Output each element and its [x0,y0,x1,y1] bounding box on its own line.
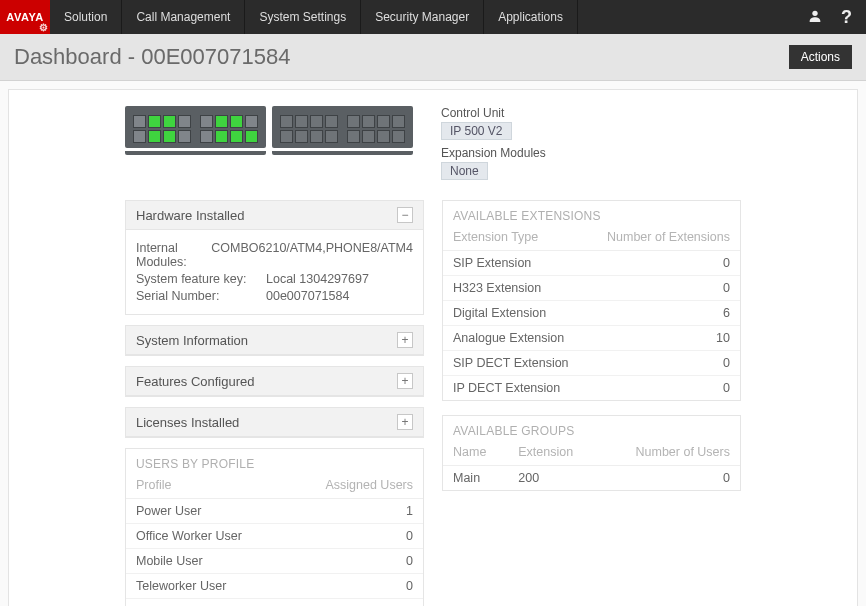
hardware-row: Internal Modules:COMBO6210/ATM4,PHONE8/A… [136,241,413,269]
count-cell: 0 [588,376,740,401]
count-cell: 0 [286,524,423,549]
port [295,115,308,128]
port [133,130,146,143]
port [245,130,258,143]
collapsed-panel: Licenses Installed+ [125,407,424,438]
table-row: Analogue Extension10 [443,326,740,351]
profile-cell: Mobile User [126,549,286,574]
nav-item-solution[interactable]: Solution [50,0,122,34]
port [362,130,375,143]
profile-cell: Teleworker User [126,574,286,599]
collapsed-panel: System Information+ [125,325,424,356]
nav-item-security-manager[interactable]: Security Manager [361,0,484,34]
type-cell: Analogue Extension [443,326,588,351]
count-cell: 8 [286,599,423,607]
count-cell: 0 [588,276,740,301]
collapsed-panel: Features Configured+ [125,366,424,397]
chassis-diagram [125,106,413,155]
table-row: Mobile User0 [126,549,423,574]
port [325,115,338,128]
page-title: Dashboard - 00E007071584 [14,44,290,70]
table-row: Digital Extension6 [443,301,740,326]
hardware-row: System feature key:Local 1304297697 [136,272,413,286]
hardware-installed-panel: Hardware Installed − Internal Modules:CO… [125,200,424,315]
panel-title: System Information [136,333,248,348]
count-cell: 6 [588,301,740,326]
nav-item-call-management[interactable]: Call Management [122,0,245,34]
port [163,115,176,128]
port [148,115,161,128]
table-row: IP DECT Extension0 [443,376,740,401]
collapse-icon[interactable]: − [397,207,413,223]
table-row: SIP DECT Extension0 [443,351,740,376]
value: 00e007071584 [266,289,349,303]
value: Local 1304297697 [266,272,369,286]
control-unit-label: Control Unit [441,106,546,120]
type-cell: Digital Extension [443,301,588,326]
gear-icon: ⚙ [39,22,49,33]
port [280,115,293,128]
label: Serial Number: [136,289,266,303]
panel-title: USERS BY PROFILE [126,449,423,473]
type-cell: H323 Extension [443,276,588,301]
title-bar: Dashboard - 00E007071584 Actions [0,34,866,81]
port [230,130,243,143]
port [347,130,360,143]
port [310,115,323,128]
column-header: Assigned Users [286,473,423,499]
port [377,115,390,128]
port [325,130,338,143]
nav-item-system-settings[interactable]: System Settings [245,0,361,34]
label: Internal Modules: [136,241,211,269]
actions-button[interactable]: Actions [789,45,852,69]
count-cell: 0 [588,351,740,376]
users-by-profile-panel: USERS BY PROFILE Profile Assigned Users … [125,448,424,606]
table-row: Main2000 [443,466,740,491]
profile-cell: Office Worker User [126,524,286,549]
count-cell: 0 [286,574,423,599]
port [392,130,405,143]
count-cell: 10 [588,326,740,351]
table-row: Basic User8 [126,599,423,607]
port [347,115,360,128]
ext-cell: 200 [508,466,600,491]
port [200,130,213,143]
expand-icon[interactable]: + [397,414,413,430]
port [163,130,176,143]
column-header: Extension Type [443,225,588,251]
top-navbar: AVAYA ⚙ SolutionCall ManagementSystem Se… [0,0,866,34]
help-icon[interactable]: ? [841,7,852,28]
available-extensions-panel: AVAILABLE EXTENSIONS Extension Type Numb… [442,200,741,401]
control-unit-badge[interactable]: IP 500 V2 [441,122,512,140]
port [215,115,228,128]
main-nav: SolutionCall ManagementSystem SettingsSe… [50,0,578,34]
port [230,115,243,128]
port [392,115,405,128]
expand-icon[interactable]: + [397,373,413,389]
table-row: Power User1 [126,499,423,524]
column-header: Name [443,440,508,466]
count-cell: 1 [286,499,423,524]
table-row: SIP Extension0 [443,251,740,276]
brand-logo: AVAYA ⚙ [0,0,50,34]
profile-cell: Power User [126,499,286,524]
expansion-modules-label: Expansion Modules [441,146,546,160]
count-cell: 0 [588,251,740,276]
label: System feature key: [136,272,266,286]
column-header: Extension [508,440,600,466]
user-icon[interactable] [807,8,823,27]
expand-icon[interactable]: + [397,332,413,348]
nav-item-applications[interactable]: Applications [484,0,578,34]
expansion-modules-badge[interactable]: None [441,162,488,180]
port [377,130,390,143]
port [178,115,191,128]
table-row: Office Worker User0 [126,524,423,549]
panel-title: AVAILABLE EXTENSIONS [443,201,740,225]
port [280,130,293,143]
column-header: Number of Extensions [588,225,740,251]
port [178,130,191,143]
profile-cell: Basic User [126,599,286,607]
type-cell: IP DECT Extension [443,376,588,401]
type-cell: SIP DECT Extension [443,351,588,376]
port [362,115,375,128]
